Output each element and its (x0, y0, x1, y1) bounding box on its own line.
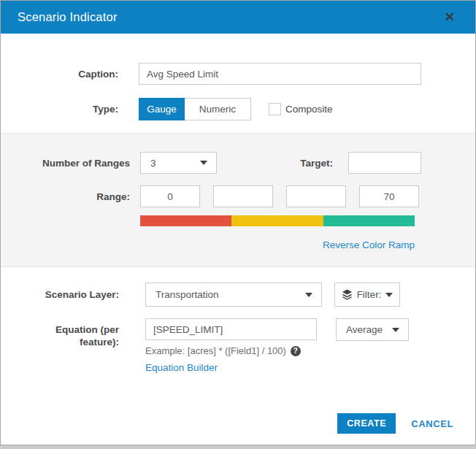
composite-checkbox[interactable] (269, 103, 281, 115)
chevron-down-icon (392, 328, 399, 332)
ranges-panel: Number of Ranges 3 Target: Range: Revers (1, 133, 475, 267)
type-label: Type: (1, 103, 118, 115)
color-ramp-segment-teal (323, 215, 415, 226)
equation-column: Example: [acres] * ([Field1] / 100) ? Eq… (145, 318, 317, 374)
equation-example-text: Example: [acres] * ([Field1] / 100) (145, 345, 286, 356)
range-inputs (140, 185, 419, 207)
scenario-layer-value: Transportation (156, 289, 219, 300)
help-icon[interactable]: ? (291, 346, 301, 356)
target-label: Target: (217, 157, 333, 169)
equation-label: Equation (per feature): (1, 323, 119, 348)
chevron-down-icon (385, 293, 393, 297)
composite-label: Composite (285, 104, 333, 115)
range-label: Range: (1, 191, 130, 203)
scenario-layer-row: Scenario Layer: Transportation Filter: (1, 283, 475, 307)
scenario-section: Scenario Layer: Transportation Filter: E… (1, 267, 475, 374)
general-section: Caption: Type: Gauge Numeric Composite (1, 34, 475, 120)
caption-input[interactable] (139, 63, 421, 85)
scenario-layer-select[interactable]: Transportation (145, 283, 322, 307)
reverse-color-ramp-row: Reverse Color Ramp (140, 238, 415, 251)
color-ramp-segment-yellow (231, 215, 323, 226)
scenario-indicator-dialog: Scenario Indicator ✕ Caption: Type: Gaug… (0, 0, 476, 445)
dialog-header: Scenario Indicator ✕ (1, 1, 475, 34)
type-option-gauge[interactable]: Gauge (139, 98, 185, 120)
color-ramp (140, 215, 415, 226)
caption-label: Caption: (1, 68, 118, 80)
range-input-3[interactable] (286, 185, 346, 207)
chevron-down-icon (305, 293, 312, 297)
number-of-ranges-row: Number of Ranges 3 Target: (1, 152, 475, 174)
caption-row: Caption: (1, 63, 475, 85)
color-ramp-segment-red (140, 215, 231, 226)
range-input-2[interactable] (213, 185, 273, 207)
type-option-numeric[interactable]: Numeric (185, 98, 251, 120)
layers-icon (342, 289, 353, 300)
reverse-color-ramp-link[interactable]: Reverse Color Ramp (323, 239, 415, 250)
chevron-down-icon (200, 161, 207, 165)
equation-builder-link[interactable]: Equation Builder (145, 362, 218, 373)
filter-label: Filter: (357, 289, 382, 300)
equation-builder-line: Equation Builder (145, 361, 317, 374)
filter-button[interactable]: Filter: (334, 283, 400, 307)
dialog-title: Scenario Indicator (1, 10, 118, 24)
range-input-4[interactable] (359, 185, 419, 207)
type-row: Type: Gauge Numeric Composite (1, 98, 475, 120)
equation-example-line: Example: [acres] * ([Field1] / 100) ? (145, 345, 317, 356)
number-of-ranges-label: Number of Ranges (1, 157, 130, 169)
number-of-ranges-value: 3 (150, 158, 156, 169)
equation-row: Equation (per feature): Example: [acres]… (1, 318, 475, 374)
close-icon[interactable]: ✕ (440, 1, 459, 34)
aggregation-select[interactable]: Average (336, 318, 409, 341)
type-segmented-control: Gauge Numeric (139, 98, 251, 120)
range-row: Range: (1, 185, 475, 207)
target-input[interactable] (348, 152, 421, 174)
number-of-ranges-select[interactable]: 3 (140, 152, 217, 174)
scenario-layer-label: Scenario Layer: (1, 288, 119, 301)
cancel-button[interactable]: CANCEL (411, 418, 453, 429)
dialog-footer: CREATE CANCEL (337, 413, 453, 434)
aggregation-value: Average (346, 324, 383, 335)
equation-input[interactable] (145, 318, 317, 340)
range-input-1[interactable] (140, 185, 200, 207)
create-button[interactable]: CREATE (337, 413, 396, 434)
